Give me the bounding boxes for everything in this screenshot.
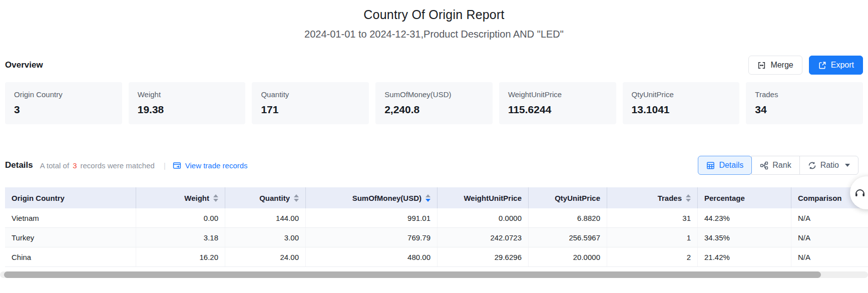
cell: 6.8820: [529, 208, 607, 227]
view-trade-records-link[interactable]: View trade records: [173, 161, 248, 170]
cell: N/A: [791, 208, 868, 227]
cell: 31: [607, 208, 698, 227]
cell: 34.35%: [698, 228, 791, 247]
export-icon: [818, 61, 826, 70]
cell: 29.6296: [438, 247, 529, 266]
cell: 480.00: [306, 247, 438, 266]
column-header-quantity[interactable]: Quantity: [225, 187, 306, 208]
trade-records-icon: [173, 161, 181, 170]
rank-icon: [760, 161, 768, 170]
tab-label: Ratio: [820, 161, 839, 170]
page-title: Country Of Origin Report: [0, 0, 868, 22]
sort-icon[interactable]: [425, 194, 430, 202]
cell: 2: [607, 247, 698, 266]
cell: Vietnam: [5, 208, 136, 227]
table-row: Vietnam0.00144.00991.010.00006.88203144.…: [5, 208, 868, 228]
stat-card: WeightUnitPrice115.6244: [499, 82, 616, 124]
stat-label: SumOfMoney(USD): [384, 90, 484, 99]
cell: 256.5967: [529, 228, 607, 247]
cell: Turkey: [5, 228, 136, 247]
match-count: 3: [73, 161, 77, 170]
summary-suffix: records were matched: [80, 161, 154, 170]
column-header-origin-country: Origin Country: [5, 187, 136, 208]
column-label: Weight: [184, 194, 209, 202]
view-switcher: Details Rank Rat: [698, 156, 858, 175]
sort-icon[interactable]: [686, 194, 691, 202]
cell: 21.42%: [698, 247, 791, 266]
merge-icon: [757, 61, 766, 70]
stat-value: 171: [261, 104, 360, 116]
sort-icon[interactable]: [213, 194, 218, 202]
column-label: QtyUnitPrice: [555, 194, 600, 202]
stat-card: Weight19.38: [129, 82, 246, 124]
overview-actions: Merge Export: [748, 56, 863, 75]
table-body: Vietnam0.00144.00991.010.00006.88203144.…: [5, 208, 868, 267]
horizontal-scrollbar-thumb[interactable]: [4, 271, 821, 278]
stat-value: 3: [14, 104, 113, 116]
column-label: SumOfMoney(USD): [352, 194, 421, 202]
ratio-icon: [808, 161, 816, 170]
cell: 44.23%: [698, 208, 791, 227]
cell: 0.00: [136, 208, 225, 227]
cell: 16.20: [136, 247, 225, 266]
stat-label: QtyUnitPrice: [632, 90, 731, 99]
column-header-weight[interactable]: Weight: [136, 187, 225, 208]
merge-label: Merge: [770, 61, 793, 70]
stat-card: Trades34: [746, 82, 863, 124]
export-label: Export: [831, 61, 854, 70]
stat-card: QtyUnitPrice13.1041: [623, 82, 740, 124]
cell: 3.18: [136, 228, 225, 247]
chevron-down-icon: [845, 164, 850, 167]
stat-label: Quantity: [261, 90, 360, 99]
table-row: China16.2024.00480.0029.629620.0000221.4…: [5, 247, 868, 267]
details-grid-icon: [706, 161, 715, 170]
table-row: Turkey3.183.00769.79242.0723256.5967134.…: [5, 228, 868, 247]
details-header: Details A total of 3 records were matche…: [5, 155, 863, 175]
headset-icon: [854, 187, 866, 199]
sort-icon[interactable]: [294, 194, 299, 202]
cell: 242.0723: [438, 228, 529, 247]
column-label: Trades: [658, 194, 682, 202]
stat-label: Trades: [755, 90, 854, 99]
cell: 24.00: [225, 247, 306, 266]
column-header-percentage: Percentage: [698, 187, 791, 208]
stat-value: 13.1041: [632, 104, 731, 116]
match-summary: A total of 3 records were matched: [40, 161, 155, 170]
trade-records-label: View trade records: [185, 161, 248, 170]
cell: 0.0000: [438, 208, 529, 227]
column-header-weightunitprice: WeightUnitPrice: [438, 187, 529, 208]
stat-label: Origin Country: [14, 90, 113, 99]
column-label: Quantity: [259, 194, 290, 202]
cell: 3.00: [225, 228, 306, 247]
stat-card: Quantity171: [252, 82, 369, 124]
summary-prefix: A total of: [40, 161, 69, 170]
cell: 769.79: [306, 228, 438, 247]
stat-value: 2,240.8: [384, 104, 484, 116]
horizontal-scrollbar-track[interactable]: [0, 271, 868, 278]
column-header-sumofmoney-usd[interactable]: SumOfMoney(USD): [306, 187, 438, 208]
stat-label: WeightUnitPrice: [508, 90, 607, 99]
stat-value: 19.38: [138, 104, 237, 116]
cell: 991.01: [306, 208, 438, 227]
tab-label: Rank: [772, 161, 791, 170]
tab-rank[interactable]: Rank: [751, 156, 799, 175]
tab-ratio[interactable]: Ratio: [799, 156, 858, 175]
stat-card: Origin Country3: [5, 82, 122, 124]
export-button[interactable]: Export: [809, 56, 863, 75]
overview-header: Overview Merge Export: [5, 55, 863, 75]
details-heading: Details: [5, 160, 33, 170]
table-header: Origin CountryWeightQuantitySumOfMoney(U…: [5, 187, 868, 208]
tab-details[interactable]: Details: [698, 156, 752, 175]
column-header-trades[interactable]: Trades: [607, 187, 698, 208]
details-table: Origin CountryWeightQuantitySumOfMoney(U…: [5, 187, 868, 267]
cell: N/A: [791, 247, 868, 266]
column-label: Percentage: [704, 194, 745, 202]
column-header-qtyunitprice: QtyUnitPrice: [529, 187, 607, 208]
tab-label: Details: [719, 161, 743, 170]
cell: 20.0000: [529, 247, 607, 266]
merge-button[interactable]: Merge: [748, 56, 802, 75]
stat-card: SumOfMoney(USD)2,240.8: [375, 82, 493, 124]
cell: N/A: [791, 228, 868, 247]
column-label: Origin Country: [12, 194, 65, 202]
column-label: WeightUnitPrice: [464, 194, 522, 202]
